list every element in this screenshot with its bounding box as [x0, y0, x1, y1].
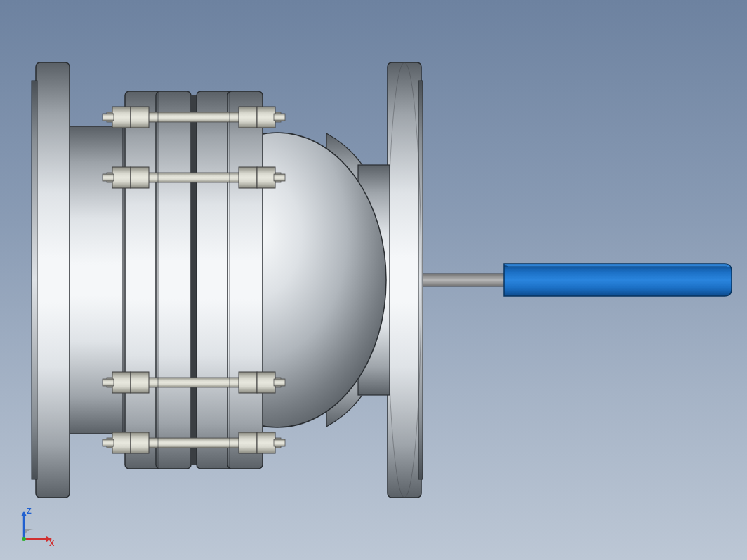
svg-rect-28 — [112, 372, 131, 393]
svg-rect-10 — [227, 91, 263, 469]
svg-rect-9 — [197, 91, 232, 469]
axis-triad[interactable]: Z X — [15, 505, 58, 547]
svg-rect-14 — [112, 107, 131, 128]
svg-rect-17 — [239, 107, 257, 128]
y-axis-marker — [22, 537, 26, 541]
svg-rect-15 — [131, 107, 149, 128]
valve-body — [32, 62, 732, 498]
svg-rect-35 — [112, 432, 131, 453]
svg-rect-24 — [239, 167, 257, 188]
svg-rect-19 — [274, 114, 285, 121]
svg-rect-25 — [257, 167, 275, 188]
handle-stem — [421, 274, 505, 286]
svg-rect-33 — [274, 379, 285, 386]
valve-handle — [504, 264, 732, 296]
svg-rect-22 — [131, 167, 149, 188]
z-axis-arrow — [21, 511, 27, 516]
cad-viewport[interactable]: Z X — [0, 0, 747, 560]
svg-rect-7 — [125, 91, 160, 469]
svg-rect-26 — [274, 174, 285, 181]
left-flange — [32, 62, 70, 498]
svg-rect-18 — [257, 107, 275, 128]
svg-rect-16 — [103, 114, 114, 121]
svg-rect-36 — [131, 432, 149, 453]
svg-rect-21 — [112, 167, 131, 188]
svg-rect-8 — [156, 91, 191, 469]
svg-rect-30 — [103, 379, 114, 386]
svg-rect-11 — [36, 62, 70, 498]
model-view[interactable] — [0, 0, 747, 560]
svg-rect-37 — [103, 439, 114, 446]
flange-gap — [191, 95, 197, 465]
right-flange — [388, 62, 423, 498]
svg-rect-12 — [32, 81, 37, 479]
z-axis-label: Z — [27, 507, 32, 515]
svg-rect-32 — [257, 372, 275, 393]
valve-assembly-svg — [0, 0, 747, 560]
svg-rect-38 — [239, 432, 257, 453]
svg-rect-31 — [239, 372, 257, 393]
svg-rect-29 — [131, 372, 149, 393]
svg-rect-23 — [103, 174, 114, 181]
axis-triad-svg: Z X — [15, 505, 58, 547]
x-axis-label: X — [49, 539, 55, 547]
svg-rect-40 — [274, 439, 285, 446]
svg-rect-2 — [418, 81, 423, 479]
svg-rect-39 — [257, 432, 275, 453]
